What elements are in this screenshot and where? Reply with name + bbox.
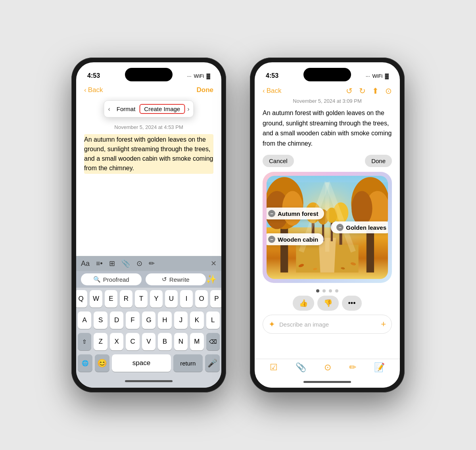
- back-button-1[interactable]: ‹ Back: [84, 86, 103, 94]
- battery-icon: ▓: [207, 73, 210, 79]
- dot-2[interactable]: [322, 289, 326, 292]
- key-emoji[interactable]: 😊: [95, 354, 109, 372]
- remove-autumn-tag[interactable]: −: [268, 210, 275, 217]
- circle-tool-icon[interactable]: ⊙: [136, 259, 142, 268]
- key-o[interactable]: O: [195, 290, 208, 308]
- keyboard-area: Aa ≡• ⊞ 📎 ⊙ ✏ ✕ 🔍 Proofread ↺ Rewrite ✨: [76, 256, 221, 388]
- menu-format[interactable]: Format: [113, 106, 140, 112]
- key-space[interactable]: space: [112, 354, 171, 372]
- table-tool-icon[interactable]: ⊞: [109, 259, 115, 268]
- more-icon[interactable]: ⊙: [385, 86, 392, 96]
- thumbs-down-button[interactable]: 👎: [317, 296, 339, 311]
- key-e[interactable]: E: [105, 290, 117, 308]
- key-k[interactable]: K: [190, 312, 203, 329]
- redo-icon[interactable]: ↻: [359, 86, 366, 96]
- remove-golden-tag[interactable]: −: [336, 224, 344, 231]
- list-tool-icon[interactable]: ≡•: [96, 260, 103, 268]
- describe-bar[interactable]: ✦ Describe an image +: [263, 315, 392, 334]
- key-backspace[interactable]: ⌫: [206, 333, 220, 350]
- share-icon[interactable]: ⬆: [372, 86, 379, 96]
- dot-3[interactable]: [329, 289, 332, 292]
- key-u[interactable]: U: [165, 290, 178, 308]
- menu-right-arrow[interactable]: ›: [185, 106, 192, 113]
- attach-tool-icon[interactable]: 📎: [121, 259, 130, 268]
- key-y[interactable]: Y: [150, 290, 163, 308]
- compose-icon[interactable]: 📝: [374, 362, 385, 373]
- keyboard-toolbar: Aa ≡• ⊞ 📎 ⊙ ✏ ✕: [76, 256, 221, 271]
- font-tool-icon[interactable]: Aa: [81, 260, 90, 268]
- describe-plus-icon[interactable]: +: [381, 319, 386, 329]
- cancel-button-2[interactable]: Cancel: [263, 155, 294, 167]
- key-a[interactable]: A: [78, 312, 91, 329]
- content-area-2: November 5, 2024 at 3:09 PM An autumn fo…: [255, 98, 400, 359]
- key-v[interactable]: V: [142, 333, 155, 350]
- note-text-2[interactable]: An autumn forest with golden leaves on t…: [263, 108, 392, 148]
- key-row-3: ⇧ Z X C V B N M ⌫: [78, 333, 220, 350]
- phone-1: 4:53 ··· WiFi ▓ ‹ Back Done ‹ Format Cre…: [71, 58, 226, 392]
- key-t[interactable]: T: [135, 290, 148, 308]
- key-globe[interactable]: 🌐: [78, 354, 92, 372]
- key-f[interactable]: F: [126, 312, 139, 329]
- tag-golden-leaves[interactable]: − Golden leaves: [331, 221, 388, 233]
- menu-left-arrow[interactable]: ‹: [106, 106, 112, 113]
- done-button-1[interactable]: Done: [197, 86, 214, 94]
- key-m[interactable]: M: [190, 333, 203, 350]
- key-w[interactable]: W: [90, 290, 102, 308]
- key-h[interactable]: H: [158, 312, 171, 329]
- key-n[interactable]: N: [174, 333, 188, 350]
- tag-autumn-forest[interactable]: − Autumn forest: [267, 208, 324, 219]
- more-dots-icon: •••: [348, 299, 356, 308]
- key-shift[interactable]: ⇧: [78, 333, 91, 350]
- key-c[interactable]: C: [126, 333, 139, 350]
- note-text-1[interactable]: An autumn forest with golden leaves on t…: [84, 134, 213, 174]
- key-x[interactable]: X: [110, 333, 123, 350]
- ai-magic-icon[interactable]: ✨: [206, 274, 217, 285]
- draw-icon[interactable]: ⊙: [324, 362, 331, 373]
- key-q[interactable]: Q: [76, 290, 87, 308]
- more-feedback-button[interactable]: •••: [342, 296, 362, 311]
- key-i[interactable]: I: [180, 290, 193, 308]
- magic-icon-2[interactable]: ✏: [349, 362, 356, 373]
- describe-placeholder: Describe an image: [279, 321, 377, 328]
- phone-2: 4:53 ··· WiFi ▓ ‹ Back ↺ ↻ ⬆ ⊙ November …: [250, 58, 405, 392]
- menu-create-image[interactable]: Create Image: [139, 104, 185, 114]
- key-s[interactable]: S: [94, 312, 107, 329]
- tag-golden-label: Golden leaves: [346, 224, 386, 231]
- checklist-icon[interactable]: ☑: [270, 362, 278, 373]
- back-button-2[interactable]: ‹ Back: [263, 87, 281, 95]
- key-l[interactable]: L: [206, 312, 220, 329]
- note-date-1: November 5, 2024 at 4:53 PM: [84, 124, 213, 130]
- dot-1[interactable]: [316, 289, 319, 292]
- back-label-2: Back: [267, 87, 282, 95]
- dot-4[interactable]: [335, 289, 338, 292]
- svg-point-12: [351, 191, 372, 226]
- key-r[interactable]: R: [120, 290, 132, 308]
- remove-cabin-tag[interactable]: −: [268, 236, 275, 243]
- key-return[interactable]: return: [173, 354, 203, 372]
- close-tool-icon[interactable]: ✕: [211, 259, 217, 268]
- key-b[interactable]: B: [158, 333, 171, 350]
- rewrite-button[interactable]: ↺ Rewrite: [146, 273, 206, 285]
- key-g[interactable]: G: [142, 312, 155, 329]
- undo-icon[interactable]: ↺: [346, 86, 353, 96]
- chevron-left-icon-1: ‹: [84, 86, 86, 94]
- thumbs-down-icon: 👎: [324, 299, 332, 308]
- thumbs-up-button[interactable]: 👍: [293, 296, 314, 311]
- brush-tool-icon[interactable]: ✏: [149, 259, 155, 268]
- key-p[interactable]: P: [210, 290, 221, 308]
- search-ai-icon: 🔍: [93, 276, 101, 283]
- key-z[interactable]: Z: [94, 333, 107, 350]
- key-mic[interactable]: 🎤: [205, 354, 220, 372]
- tag-wooden-cabin[interactable]: − Wooden cabin: [267, 233, 324, 245]
- thumbs-up-icon: 👍: [299, 299, 308, 308]
- done-button-2[interactable]: Done: [365, 155, 392, 167]
- attach-icon-2[interactable]: 📎: [296, 362, 306, 373]
- key-j[interactable]: J: [174, 312, 188, 329]
- back-label-1: Back: [88, 86, 103, 94]
- key-d[interactable]: D: [110, 312, 123, 329]
- key-row-1: Q W E R T Y U I O P: [78, 290, 220, 308]
- key-rows: Q W E R T Y U I O P A S D F G H: [76, 288, 221, 374]
- proofread-button[interactable]: 🔍 Proofread: [81, 273, 142, 285]
- nav-icons-2: ↺ ↻ ⬆ ⊙: [346, 86, 392, 96]
- autumn-image[interactable]: − Autumn forest − Golden leaves − Wooden…: [267, 176, 388, 279]
